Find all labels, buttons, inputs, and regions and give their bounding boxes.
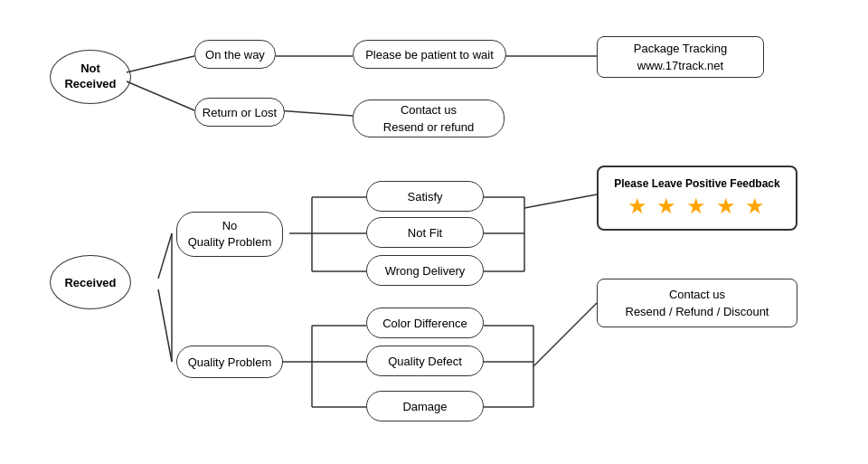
package-tracking-node: Package Tracking www.17track.net bbox=[597, 36, 764, 78]
svg-line-0 bbox=[127, 56, 194, 72]
no-quality-problem-node: No Quality Problem bbox=[176, 212, 283, 257]
return-or-lost-node: Return or Lost bbox=[194, 98, 285, 127]
wrong-delivery-node: Wrong Delivery bbox=[366, 255, 484, 286]
received-node: Received bbox=[50, 255, 131, 309]
quality-defect-node: Quality Defect bbox=[366, 346, 484, 376]
svg-line-6 bbox=[158, 289, 172, 362]
svg-line-4 bbox=[276, 110, 353, 116]
stars-display: ★ ★ ★ ★ ★ bbox=[627, 194, 768, 219]
color-difference-node: Color Difference bbox=[366, 308, 484, 338]
svg-line-27 bbox=[533, 303, 597, 366]
contact-resend-refund-discount-node: Contact us Resend / Refund / Discount bbox=[597, 279, 797, 327]
not-fit-node: Not Fit bbox=[366, 217, 484, 248]
on-the-way-node: On the way bbox=[194, 40, 276, 69]
quality-problem-node: Quality Problem bbox=[176, 346, 283, 378]
satisfy-node: Satisfy bbox=[366, 181, 484, 212]
svg-line-1 bbox=[127, 81, 194, 110]
contact-resend-refund-node: Contact us Resend or refund bbox=[353, 99, 505, 137]
damage-node: Damage bbox=[366, 391, 484, 421]
patient-wait-node: Please be patient to wait bbox=[353, 40, 506, 69]
svg-line-22 bbox=[524, 194, 597, 208]
feedback-node: Please Leave Positive Feedback ★ ★ ★ ★ ★ bbox=[597, 166, 797, 231]
diagram: Not Received On the way Return or Lost P… bbox=[0, 0, 868, 464]
not-received-node: Not Received bbox=[50, 50, 131, 104]
svg-line-5 bbox=[158, 233, 172, 279]
